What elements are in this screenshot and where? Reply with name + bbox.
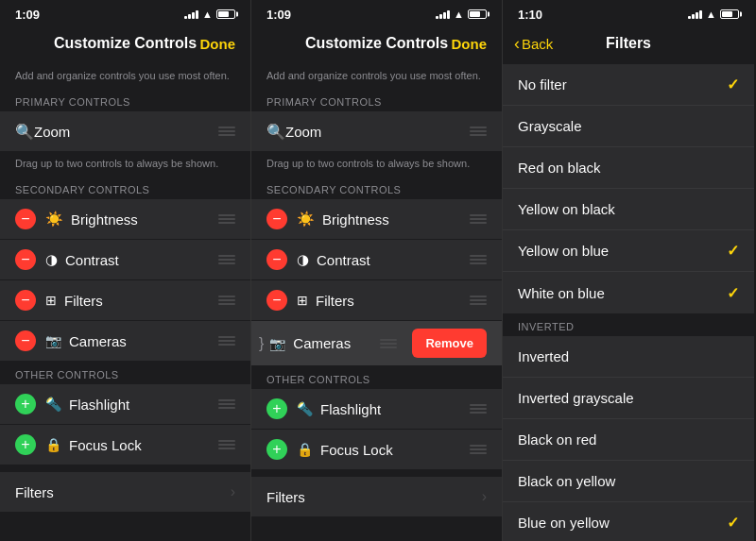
add-flashlight-2[interactable]: + (266, 398, 287, 419)
flashlight-label-2: Flashlight (320, 401, 470, 417)
phone-3: 1:10 ▲ ‹ Back Filters (503, 0, 754, 541)
drag-focuslock-1[interactable] (218, 440, 235, 449)
cameras-row-2: } 📷 Cameras Remove (251, 321, 502, 365)
filter-row-black-on-red[interactable]: Black on red (503, 419, 754, 461)
filter-name-inverted-grayscale: Inverted grayscale (518, 390, 634, 406)
nav-bar-2: Customize Controls Done (251, 26, 502, 64)
filter-name-blue-on-yellow: Blue on yellow (518, 515, 610, 531)
zoom-label-2: Zoom (285, 124, 470, 140)
bar1 (184, 16, 187, 19)
flashlight-label-1: Flashlight (69, 397, 218, 413)
filter-row-yellow-on-black[interactable]: Yellow on black (503, 189, 754, 230)
zoom-icon-1: 🔍 (15, 123, 34, 141)
back-button-3[interactable]: ‹ Back (514, 35, 553, 52)
drag-focuslock-2[interactable] (470, 445, 487, 454)
focuslock-label-2: Focus Lock (320, 442, 470, 458)
remove-contrast-2[interactable]: − (266, 249, 287, 270)
subtitle-1: Add and organize controls you use most o… (0, 64, 250, 89)
remove-filters-2[interactable]: − (266, 290, 287, 311)
done-button-1[interactable]: Done (200, 36, 236, 52)
filters-bottom-1[interactable]: Filters › (0, 472, 250, 512)
zoom-label-1: Zoom (34, 124, 218, 140)
battery-fill-1 (218, 11, 229, 17)
drag-handle-zoom-1[interactable] (218, 127, 235, 136)
cameras-icon-2: 📷 (269, 336, 285, 351)
drag-flashlight-2[interactable] (470, 404, 487, 414)
remove-brightness-2[interactable]: − (266, 209, 287, 229)
filters-bottom-2[interactable]: Filters › (251, 477, 502, 516)
filter-section-2: INVERTED Inverted Inverted grayscale Bla… (503, 313, 754, 541)
cameras-row-1: − 📷 Cameras (0, 321, 250, 361)
remove-cameras-button-2[interactable]: Remove (412, 329, 487, 358)
flashlight-row-2: + 🔦 Flashlight (251, 389, 502, 429)
filters-label-1: Filters (64, 293, 218, 309)
drag-contrast-2[interactable] (470, 255, 487, 264)
nav-title-2: Customize Controls (305, 35, 448, 52)
drag-cameras-1[interactable] (218, 336, 235, 346)
contrast-label-2: Contrast (317, 252, 470, 268)
filter-name-grayscale: Grayscale (518, 118, 582, 134)
bar3 (192, 12, 195, 19)
filter-section-1: No filter ✓ Grayscale Red on black Yello… (503, 64, 754, 313)
filter-row-no-filter[interactable]: No filter ✓ (503, 64, 754, 106)
drag-handle-zoom-2[interactable] (470, 127, 487, 136)
focuslock-row-1: + 🔒 Focus Lock (0, 425, 250, 465)
filter-check-white-on-blue: ✓ (727, 284, 739, 302)
focuslock-label-1: Focus Lock (69, 437, 218, 453)
remove-filters-1[interactable]: − (15, 290, 36, 311)
remove-brightness-1[interactable]: − (15, 209, 36, 229)
filter-row-blue-on-yellow[interactable]: Blue on yellow ✓ (503, 502, 754, 541)
status-bar-1: 1:09 ▲ (0, 0, 250, 26)
status-bar-3: 1:10 ▲ (503, 0, 754, 26)
status-bar-2: 1:09 ▲ (251, 0, 502, 26)
nav-bar-1: Customize Controls Done (0, 26, 250, 64)
zoom-row-1: 🔍 Zoom (0, 111, 250, 151)
filter-row-black-on-yellow[interactable]: Black on yellow (503, 461, 754, 502)
filter-row-yellow-on-blue[interactable]: Yellow on blue ✓ (503, 230, 754, 272)
content-1: Add and organize controls you use most o… (0, 64, 250, 541)
bar2 (188, 14, 191, 19)
drag-brightness-1[interactable] (218, 214, 235, 224)
filter-name-white-on-blue: White on blue (518, 285, 605, 301)
filter-name-inverted: Inverted (518, 348, 569, 364)
drag-cameras-2[interactable] (380, 339, 397, 348)
filters-label-2: Filters (316, 293, 470, 309)
filter-name-yellow-on-black: Yellow on black (518, 201, 615, 217)
status-icons-3: ▲ (688, 8, 739, 20)
filter-check-yellow-on-blue: ✓ (727, 242, 739, 260)
flashlight-row-1: + 🔦 Flashlight (0, 384, 250, 424)
status-time-1: 1:09 (15, 8, 40, 22)
filters-row-2: − ⊞ Filters (251, 280, 502, 320)
cameras-label-1: Cameras (69, 333, 218, 349)
add-focuslock-2[interactable]: + (266, 439, 287, 460)
filters-bottom-label-1: Filters (15, 484, 54, 500)
add-focuslock-1[interactable]: + (15, 434, 36, 455)
phones-container: 1:09 ▲ Customize Controls Done Add and o… (0, 0, 756, 541)
battery-icon-3 (720, 9, 739, 19)
filter-row-red-on-black[interactable]: Red on black (503, 147, 754, 189)
contrast-label-1: Contrast (65, 252, 218, 268)
drag-contrast-1[interactable] (218, 255, 235, 264)
contrast-row-2: − ◑ Contrast (251, 240, 502, 279)
drag-brightness-2[interactable] (470, 214, 487, 224)
drag-filters-2[interactable] (470, 296, 487, 305)
filter-row-inverted-grayscale[interactable]: Inverted grayscale (503, 378, 754, 419)
back-chevron-3: ‹ (514, 35, 520, 52)
status-icons-1: ▲ (184, 8, 235, 20)
filter-row-white-on-blue[interactable]: White on blue ✓ (503, 272, 754, 313)
filter-row-grayscale[interactable]: Grayscale (503, 106, 754, 147)
done-button-2[interactable]: Done (452, 36, 488, 52)
drag-flashlight-1[interactable] (218, 399, 235, 409)
add-flashlight-1[interactable]: + (15, 394, 36, 414)
battery-icon-1 (216, 9, 235, 19)
remove-contrast-1[interactable]: − (15, 249, 36, 270)
brightness-row-1: − ☀️ Brightness (0, 199, 250, 239)
remove-cameras-1[interactable]: − (15, 330, 36, 351)
focuslock-row-2: + 🔒 Focus Lock (251, 430, 502, 469)
drag-filters-1[interactable] (218, 296, 235, 305)
flashlight-icon-2: 🔦 (297, 401, 313, 416)
brightness-row-2: − ☀️ Brightness (251, 199, 502, 239)
filter-row-inverted[interactable]: Inverted (503, 336, 754, 378)
contrast-icon-2: ◑ (297, 251, 309, 268)
filter-check-blue-on-yellow: ✓ (727, 514, 739, 532)
